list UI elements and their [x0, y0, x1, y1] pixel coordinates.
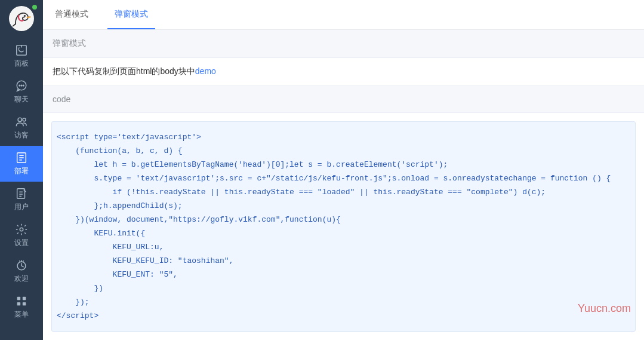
- avatar: [9, 6, 34, 31]
- section-title: 弹窗模式: [43, 30, 644, 58]
- avatar-wrap[interactable]: [0, 0, 43, 38]
- svg-rect-12: [17, 297, 21, 301]
- welcome-icon: [15, 259, 28, 272]
- chat-icon: [15, 79, 28, 93]
- visitor-icon: [15, 115, 28, 128]
- sidebar: 面板 聊天 访客 部署 用户: [0, 0, 43, 340]
- instruction-text: 把以下代码复制到页面html的body块中: [53, 66, 195, 76]
- main-content: 普通模式 弹窗模式 弹窗模式 把以下代码复制到页面html的body块中demo…: [43, 0, 644, 340]
- sidebar-item-panel[interactable]: 面板: [0, 38, 43, 74]
- sidebar-item-deploy[interactable]: 部署: [0, 146, 43, 182]
- sidebar-item-label: 访客: [14, 130, 29, 140]
- menu-icon: [15, 295, 28, 308]
- settings-icon: [15, 223, 28, 236]
- demo-link[interactable]: demo: [195, 66, 216, 76]
- sidebar-item-menu[interactable]: 菜单: [0, 289, 43, 325]
- user-icon: [15, 187, 28, 200]
- tab-label: 弹窗模式: [115, 9, 148, 20]
- svg-point-5: [23, 85, 24, 86]
- tab-popup-mode[interactable]: 弹窗模式: [107, 0, 155, 29]
- sidebar-item-label: 欢迎: [14, 274, 29, 284]
- tab-label: 普通模式: [55, 9, 88, 20]
- svg-point-10: [20, 228, 23, 231]
- svg-point-4: [21, 85, 22, 86]
- code-block[interactable]: <script type='text/javascript'> (functio…: [51, 121, 636, 332]
- tab-normal-mode[interactable]: 普通模式: [48, 0, 95, 29]
- svg-point-3: [19, 85, 20, 86]
- deploy-icon: [15, 151, 28, 164]
- sidebar-item-visitor[interactable]: 访客: [0, 110, 43, 146]
- svg-point-0: [24, 15, 26, 17]
- sidebar-item-label: 聊天: [14, 94, 29, 105]
- sidebar-item-chat[interactable]: 聊天: [0, 74, 43, 110]
- sidebar-item-label: 菜单: [14, 310, 29, 320]
- sidebar-item-user[interactable]: 用户: [0, 182, 43, 218]
- svg-rect-15: [23, 302, 26, 306]
- code-header: code: [43, 86, 644, 113]
- instruction-row: 把以下代码复制到页面html的body块中demo: [43, 58, 644, 86]
- sidebar-item-label: 设置: [14, 238, 29, 248]
- svg-rect-14: [17, 302, 21, 306]
- svg-rect-13: [23, 297, 26, 301]
- bird-icon: [11, 8, 32, 29]
- panel-icon: [15, 44, 28, 57]
- sidebar-item-label: 用户: [14, 202, 29, 212]
- sidebar-item-label: 部署: [14, 166, 29, 176]
- svg-point-6: [18, 118, 21, 121]
- sidebar-item-settings[interactable]: 设置: [0, 218, 43, 253]
- sidebar-item-label: 面板: [14, 59, 29, 69]
- svg-point-7: [23, 118, 26, 121]
- status-dot: [32, 5, 37, 10]
- tabs: 普通模式 弹窗模式: [43, 0, 644, 30]
- sidebar-item-welcome[interactable]: 欢迎: [0, 253, 43, 289]
